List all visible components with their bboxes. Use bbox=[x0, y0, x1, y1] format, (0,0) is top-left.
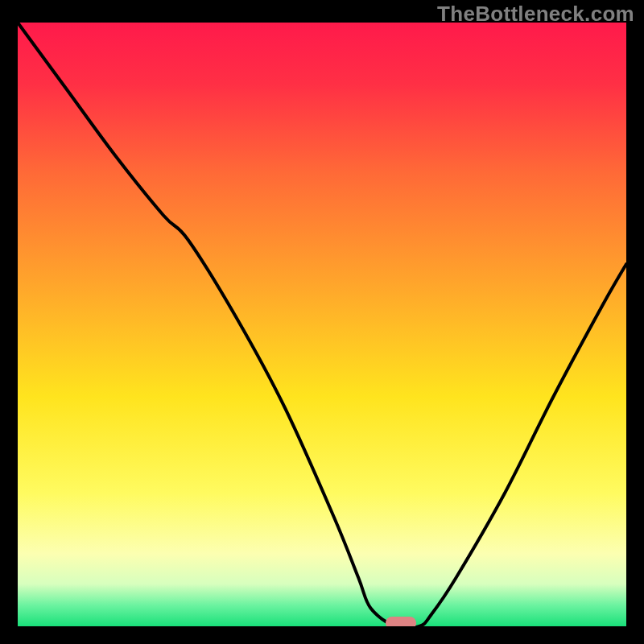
background-gradient bbox=[18, 23, 626, 626]
chart-stage: TheBottleneck.com bbox=[0, 0, 644, 644]
svg-rect-0 bbox=[18, 23, 626, 626]
optimal-marker bbox=[386, 617, 416, 626]
plot-frame bbox=[18, 23, 626, 626]
watermark-text: TheBottleneck.com bbox=[437, 2, 634, 27]
